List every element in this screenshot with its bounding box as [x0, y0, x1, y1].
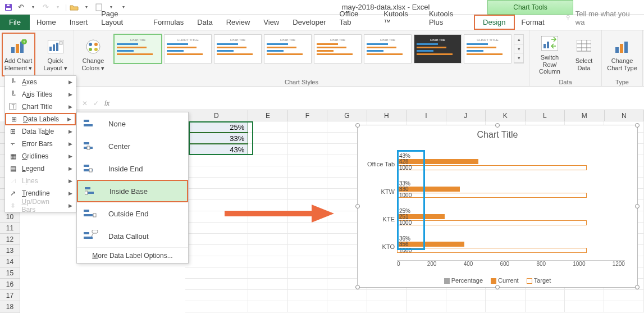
data-label[interactable]: 1000: [399, 193, 412, 198]
legend-percentage[interactable]: Percentage: [444, 277, 483, 284]
data-label[interactable]: 428: [399, 159, 409, 165]
gallery-more-button[interactable]: ▴▾▾: [514, 34, 524, 63]
row-11[interactable]: 11: [0, 223, 20, 234]
chart-style-7[interactable]: Chart Title: [414, 34, 462, 63]
tab-office-tab[interactable]: Office Tab: [333, 6, 377, 30]
chevron-down-icon[interactable]: ▾: [53, 2, 63, 12]
tab-kutools-plus[interactable]: Kutools Plus: [422, 6, 474, 30]
x-axis[interactable]: 020040060080010001200: [397, 260, 625, 269]
y-category[interactable]: KTW: [362, 188, 397, 195]
chart-style-2[interactable]: CHART TITLE: [164, 34, 212, 63]
row-10[interactable]: 10: [0, 211, 20, 223]
sub-inside-base[interactable]: Inside Base: [77, 180, 188, 202]
change-colors-button[interactable]: Change Colors ▾: [77, 33, 109, 76]
chart-title[interactable]: Chart Title: [358, 125, 637, 144]
tab-formulas[interactable]: Formulas: [147, 15, 190, 30]
chart-plot-area[interactable]: Office Tab43%4281000KTW33%3301000KTE25%2…: [397, 150, 625, 260]
tab-kutools[interactable]: Kutools ™: [377, 6, 422, 30]
chart-legend[interactable]: Percentage Current Target: [358, 277, 637, 284]
tab-home[interactable]: Home: [30, 15, 63, 30]
menu-data-table[interactable]: ⊞Data Table▶: [5, 125, 76, 138]
row-12[interactable]: 12: [0, 234, 20, 245]
chart-style-1[interactable]: Chart Title: [114, 34, 162, 63]
quick-layout-button[interactable]: Quick Layout ▾: [39, 33, 72, 76]
data-label[interactable]: 330: [399, 187, 409, 192]
tab-design[interactable]: Design: [474, 15, 514, 30]
embedded-chart[interactable]: Chart Title Office Tab43%4281000KTW33%33…: [357, 125, 638, 288]
tab-data[interactable]: Data: [190, 15, 219, 30]
data-label[interactable]: 251: [399, 214, 409, 220]
col-H[interactable]: H: [367, 110, 407, 121]
add-chart-element-button[interactable]: + Add Chart Element ▾: [2, 33, 35, 76]
col-K[interactable]: K: [486, 110, 525, 121]
legend-target[interactable]: Target: [527, 277, 551, 284]
data-label[interactable]: 1000: [399, 165, 412, 171]
tab-developer[interactable]: Developer: [286, 15, 332, 30]
menu-legend[interactable]: ▤Legend▶: [5, 162, 76, 175]
bar-target[interactable]: [397, 165, 587, 170]
enter-icon[interactable]: ✓: [93, 99, 99, 107]
data-label[interactable]: 356: [399, 242, 409, 247]
menu-chart-title[interactable]: 🅃Chart Title▶: [5, 101, 76, 113]
sub-none[interactable]: None: [77, 112, 188, 135]
data-labels-submenu: None Center Inside End Inside Base Outsi…: [76, 112, 189, 264]
row-13[interactable]: 13: [0, 245, 20, 256]
col-L[interactable]: L: [526, 110, 565, 121]
tab-format[interactable]: Format: [515, 15, 551, 30]
col-G[interactable]: G: [327, 110, 367, 121]
data-label[interactable]: 1000: [399, 220, 412, 226]
chart-style-4[interactable]: Chart Title: [264, 34, 312, 63]
row-17[interactable]: 17: [0, 290, 20, 301]
tab-insert[interactable]: Insert: [63, 15, 95, 30]
col-I[interactable]: I: [407, 110, 446, 121]
bar-current[interactable]: [397, 159, 478, 164]
data-label[interactable]: 1000: [399, 248, 412, 253]
chevron-down-icon[interactable]: ▾: [81, 2, 92, 12]
col-E[interactable]: E: [248, 110, 287, 121]
chart-style-8[interactable]: CHART TITLE: [464, 34, 511, 63]
tab-page-layout[interactable]: Page Layout: [94, 6, 147, 30]
open-folder-icon[interactable]: [69, 2, 79, 12]
undo-icon[interactable]: ↶: [16, 2, 26, 12]
switch-row-column-button[interactable]: Switch Row/ Column: [533, 33, 567, 76]
col-N[interactable]: N: [605, 110, 644, 121]
menu-axis-titles[interactable]: ╚Axis Titles▶: [5, 88, 76, 101]
tab-file[interactable]: File: [0, 15, 30, 30]
tab-review[interactable]: Review: [220, 15, 257, 30]
fx-icon[interactable]: fx: [104, 99, 109, 107]
y-category[interactable]: KTO: [362, 243, 397, 250]
bar-target[interactable]: [397, 248, 587, 253]
chevron-down-icon[interactable]: ▾: [28, 2, 38, 12]
cancel-icon[interactable]: ✕: [82, 99, 88, 107]
col-M[interactable]: M: [565, 110, 604, 121]
menu-error-bars[interactable]: ⫟Error Bars▶: [5, 138, 76, 150]
col-F[interactable]: F: [288, 110, 327, 121]
redo-icon[interactable]: ↷: [40, 2, 51, 12]
save-icon[interactable]: [3, 2, 13, 12]
bar-target[interactable]: [397, 193, 587, 198]
sub-data-callout[interactable]: Data Callout: [77, 225, 188, 247]
row-18[interactable]: 18: [0, 301, 20, 312]
select-data-button[interactable]: Select Data: [570, 33, 598, 76]
chart-style-5[interactable]: Chart Title: [314, 34, 362, 63]
legend-current[interactable]: Current: [491, 277, 519, 284]
y-category[interactable]: KTE: [362, 216, 397, 223]
tab-view[interactable]: View: [257, 15, 286, 30]
menu-data-labels[interactable]: ⊞Data Labels▶: [5, 113, 76, 125]
change-chart-type-button[interactable]: Change Chart Type: [605, 33, 639, 76]
sub-center[interactable]: Center: [77, 135, 188, 157]
menu-axes[interactable]: ╚Axes▶: [5, 76, 76, 88]
chart-style-6[interactable]: Chart Title: [364, 34, 412, 63]
col-J[interactable]: J: [446, 110, 486, 121]
chart-style-3[interactable]: Chart Title: [214, 34, 262, 63]
row-16[interactable]: 16: [0, 279, 20, 290]
sub-outside-end[interactable]: Outside End: [77, 202, 188, 225]
sub-inside-end[interactable]: Inside End: [77, 157, 188, 180]
y-category[interactable]: Office Tab: [362, 161, 397, 167]
row-15[interactable]: 15: [0, 267, 20, 279]
menu-gridlines[interactable]: ▦Gridlines▶: [5, 150, 76, 162]
bar-target[interactable]: [397, 220, 587, 225]
row-14[interactable]: 14: [0, 256, 20, 267]
sub-more-options[interactable]: More Data Label Options...: [77, 247, 188, 263]
col-D[interactable]: D: [185, 110, 249, 121]
